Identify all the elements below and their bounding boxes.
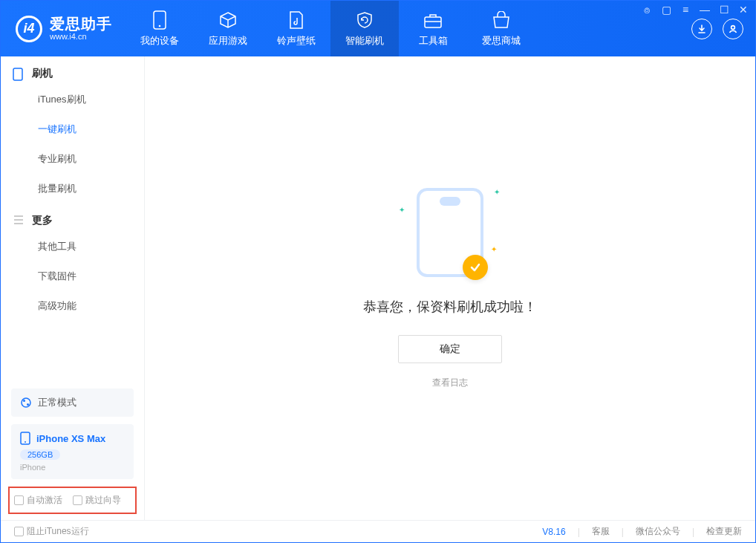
svg-point-1 [159,25,161,27]
body: 刷机 iTunes刷机 一键刷机 专业刷机 批量刷机 更多 其他工具 下载固件 … [1,56,755,520]
sidebar-item-batch[interactable]: 批量刷机 [1,174,144,204]
app-url: www.i4.cn [50,32,112,41]
checkbox-icon [14,495,24,505]
download-button[interactable] [691,19,712,39]
shop-icon [492,10,511,30]
wechat-link[interactable]: 微信公众号 [636,525,680,538]
svg-point-9 [25,441,26,443]
refresh-shield-icon [355,10,374,30]
sparkle-icon: ✦ [491,245,497,253]
sidebar-group-more: 更多 [1,204,144,232]
lock-icon[interactable]: ▢ [660,4,672,16]
footer-right: V8.16 | 客服 | 微信公众号 | 检查更新 [542,525,742,538]
separator: | [692,527,694,537]
group-label: 更多 [32,214,53,227]
sparkle-icon: ✦ [494,188,500,196]
menu-icon[interactable]: ≡ [680,4,691,16]
sparkle-icon: ✦ [399,206,405,214]
sidebar-item-other[interactable]: 其他工具 [1,232,144,261]
phone-small-icon [13,68,25,79]
checkbox-icon [14,527,24,536]
device-storage: 256GB [20,449,60,460]
mode-label: 正常模式 [38,396,76,409]
close-button[interactable]: ✕ [737,4,749,16]
device-pill[interactable]: iPhone XS Max 256GB iPhone [11,424,134,479]
tab-label: 工具箱 [419,34,448,48]
update-link[interactable]: 检查更新 [706,525,742,538]
svg-point-6 [23,400,25,402]
device-type: iPhone [20,463,45,472]
tab-label: 铃声壁纸 [277,34,316,48]
svg-point-7 [27,403,29,406]
sidebar-item-pro[interactable]: 专业刷机 [1,144,144,174]
version-label: V8.16 [542,527,565,537]
tab-tools[interactable]: 工具箱 [399,1,467,56]
tab-apps[interactable]: 应用游戏 [194,1,262,56]
svg-rect-4 [13,68,22,80]
main-panel: ✦ ✦ ✦ 恭喜您，保资料刷机成功啦！ 确定 查看日志 [145,56,755,520]
support-link[interactable]: 客服 [592,525,610,538]
tab-label: 爱思商城 [482,34,521,48]
app-name: 爱思助手 [50,16,112,32]
sidebar-item-itunes[interactable]: iTunes刷机 [1,85,144,114]
check-badge-icon [463,255,488,280]
app-window: ⌾ ▢ ≡ — ☐ ✕ i4 爱思助手 www.i4.cn 我的设备 应用游戏 [0,0,756,543]
logo-icon: i4 [16,16,42,42]
cube-icon [218,10,238,30]
checkbox-label: 跳过向导 [85,494,121,507]
checkbox-auto-activate[interactable]: 自动激活 [14,494,62,507]
sidebar-status: 正常模式 iPhone XS Max 256GB iPhone [1,388,144,487]
tab-ringtones[interactable]: 铃声壁纸 [262,1,330,56]
sidebar-group-flash: 刷机 [1,56,144,85]
footer: 阻止iTunes运行 V8.16 | 客服 | 微信公众号 | 检查更新 [1,520,755,542]
tab-device[interactable]: 我的设备 [126,1,194,56]
tshirt-icon[interactable]: ⌾ [641,4,653,16]
mode-pill[interactable]: 正常模式 [11,388,134,417]
success-illustration: ✦ ✦ ✦ [417,188,483,277]
sidebar-item-advanced[interactable]: 高级功能 [1,291,144,321]
checkbox-skip-guide[interactable]: 跳过向导 [73,494,121,507]
success-message: 恭喜您，保资料刷机成功啦！ [363,298,537,316]
sidebar-item-download[interactable]: 下载固件 [1,261,144,291]
device-icon [20,432,30,445]
phone-icon [150,10,169,30]
checkbox-icon [73,495,82,505]
music-file-icon [287,10,306,30]
separator: | [622,527,624,537]
checkbox-label: 阻止iTunes运行 [27,525,89,538]
logo-text: 爱思助手 www.i4.cn [50,16,112,41]
options-row: 自动激活 跳过向导 [8,487,137,514]
separator: | [578,527,580,537]
svg-point-3 [731,25,735,29]
maximize-button[interactable]: ☐ [718,4,730,16]
list-icon [13,215,25,227]
tab-label: 智能刷机 [345,34,384,48]
svg-point-5 [22,398,30,407]
logo[interactable]: i4 爱思助手 www.i4.cn [1,1,126,56]
nav-tabs: 我的设备 应用游戏 铃声壁纸 智能刷机 工具箱 爱思商城 [126,1,535,56]
mode-icon [20,397,32,409]
sidebar: 刷机 iTunes刷机 一键刷机 专业刷机 批量刷机 更多 其他工具 下载固件 … [1,56,145,520]
checkbox-block-itunes[interactable]: 阻止iTunes运行 [14,525,89,538]
toolbox-icon [423,10,443,30]
svg-rect-2 [425,17,441,27]
sidebar-item-oneclick[interactable]: 一键刷机 [1,114,144,144]
checkbox-label: 自动激活 [27,494,62,507]
tab-label: 应用游戏 [209,34,247,48]
view-log-link[interactable]: 查看日志 [432,377,468,389]
tab-shop[interactable]: 爱思商城 [467,1,535,56]
window-controls: ⌾ ▢ ≡ — ☐ ✕ [641,4,749,16]
tab-flash[interactable]: 智能刷机 [330,1,399,56]
group-label: 刷机 [32,67,53,80]
tab-label: 我的设备 [140,34,179,48]
device-name: iPhone XS Max [36,433,105,444]
account-button[interactable] [723,19,743,39]
confirm-button[interactable]: 确定 [398,335,502,363]
minimize-button[interactable]: — [699,4,711,16]
